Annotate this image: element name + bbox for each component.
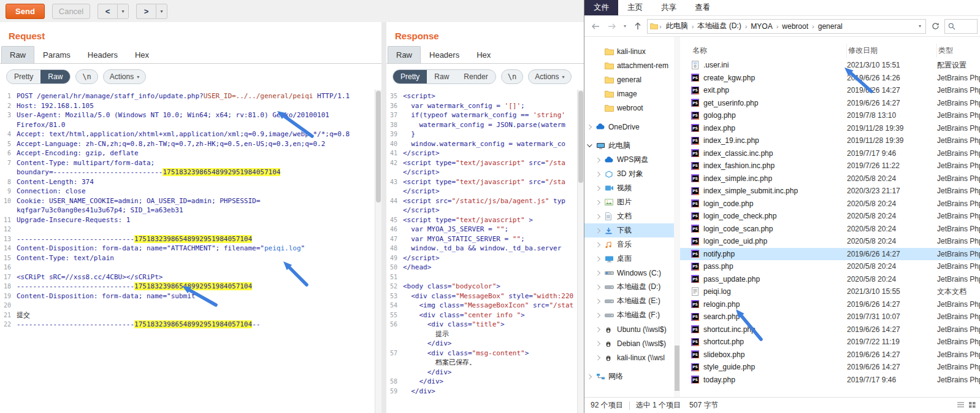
file-row[interactable]: PSpass_update.php2020/5/8 20:24JetBrains… xyxy=(680,273,980,286)
next-request-dropdown[interactable]: ▾ xyxy=(156,4,167,19)
file-row[interactable]: PSindex_simple_submit.inc.php2020/3/23 2… xyxy=(680,185,980,198)
chevron-collapsed-icon[interactable] xyxy=(595,241,602,248)
chevron-collapsed-icon[interactable] xyxy=(595,199,602,206)
refresh-button[interactable] xyxy=(928,19,943,34)
file-row[interactable]: PScreate_kgw.php2019/6/26 14:26JetBrains… xyxy=(680,72,980,85)
prev-request-dropdown[interactable]: ▾ xyxy=(117,4,129,19)
chevron-collapsed-icon[interactable] xyxy=(595,284,602,290)
scrollbar-thumb[interactable] xyxy=(675,345,679,391)
send-button[interactable]: Send xyxy=(6,4,45,19)
view-render[interactable]: Render xyxy=(456,70,495,83)
tab-raw[interactable]: Raw xyxy=(388,46,421,63)
tree-item[interactable]: image xyxy=(584,87,674,101)
tree-item[interactable]: OneDrive xyxy=(584,120,674,134)
panel-splitter[interactable] xyxy=(381,22,386,413)
view-raw[interactable]: Raw xyxy=(427,70,456,83)
search-input[interactable] xyxy=(944,19,978,34)
prev-request-button[interactable]: < xyxy=(98,4,117,19)
up-button[interactable] xyxy=(630,19,645,34)
file-row[interactable]: PSrelogin.php2019/6/26 14:27JetBrains Ph… xyxy=(680,298,980,311)
breadcrumb-segment[interactable]: 此电脑 xyxy=(663,21,691,31)
tree-item[interactable]: 3D 对象 xyxy=(584,167,674,181)
tab-headers[interactable]: Headers xyxy=(421,46,468,63)
next-request-button[interactable]: > xyxy=(136,4,156,19)
linebreak-toggle-button[interactable]: \n xyxy=(501,69,523,84)
chevron-collapsed-icon[interactable] xyxy=(595,227,602,234)
tree-item[interactable]: 桌面 xyxy=(584,252,674,266)
tree-item[interactable]: 下载 xyxy=(584,223,674,237)
recent-locations-dropdown[interactable]: ▾ xyxy=(621,19,629,34)
menu-item[interactable]: 文件 xyxy=(584,0,618,15)
thumbnail-view-button[interactable] xyxy=(968,401,976,410)
file-row[interactable]: PSlogin_code_uid.php2020/5/8 20:24JetBra… xyxy=(680,235,980,248)
breadcrumb-segment[interactable]: MYOA xyxy=(748,22,775,31)
file-row[interactable]: PSshortcut.inc.php2019/6/26 14:27JetBrai… xyxy=(680,323,980,336)
file-row[interactable]: PSindex_fashion.inc.php2019/7/26 11:22Je… xyxy=(680,160,980,172)
tree-item[interactable]: 文档 xyxy=(584,209,674,223)
tree-item[interactable]: attachment-rem xyxy=(584,58,674,72)
tree-item[interactable]: 本地磁盘 (E:) xyxy=(584,294,674,308)
tree-item[interactable]: 视频 xyxy=(584,181,674,195)
file-row[interactable]: PSindex_19.inc.php2019/11/28 19:39JetBra… xyxy=(680,134,980,147)
chevron-collapsed-icon[interactable] xyxy=(595,171,602,177)
tree-item[interactable]: 本地磁盘 (D:) xyxy=(584,280,674,294)
file-row[interactable]: PSlogin_code.php2020/5/8 20:24JetBrains … xyxy=(680,198,980,210)
chevron-collapsed-icon[interactable] xyxy=(595,312,602,318)
column-header[interactable]: 类型 xyxy=(937,44,980,58)
tree-item[interactable]: Debian (\\wsl$) xyxy=(584,336,674,350)
tree-item[interactable]: 本地磁盘 (F:) xyxy=(584,308,674,322)
chevron-collapsed-icon[interactable] xyxy=(595,340,602,347)
forward-button[interactable] xyxy=(605,19,619,34)
view-raw[interactable]: Raw xyxy=(40,70,70,83)
tree-item[interactable]: kali-linux xyxy=(584,44,674,58)
chevron-collapsed-icon[interactable] xyxy=(595,326,602,333)
breadcrumb-segment[interactable]: webroot xyxy=(779,22,811,31)
chevron-collapsed-icon[interactable] xyxy=(587,373,594,380)
chevron-expanded-icon[interactable] xyxy=(587,142,594,149)
actions-button[interactable]: Actions▾ xyxy=(528,69,571,84)
tree-item[interactable]: Windows (C:) xyxy=(584,266,674,280)
file-row[interactable]: PSindex_classic.inc.php2019/7/17 9:46Jet… xyxy=(680,147,980,160)
tree-scrollbar[interactable] xyxy=(674,37,680,397)
tab-params[interactable]: Params xyxy=(34,46,79,63)
tab-headers[interactable]: Headers xyxy=(79,46,126,63)
tab-hex[interactable]: Hex xyxy=(468,46,499,63)
response-editor[interactable]: 35<script>36 var watermark_config = '[]'… xyxy=(386,90,584,413)
scrollbar-thumb[interactable] xyxy=(376,91,381,203)
tree-item[interactable]: WPS网盘 xyxy=(584,153,674,167)
details-view-button[interactable] xyxy=(957,401,965,410)
tab-raw[interactable]: Raw xyxy=(1,46,34,63)
file-row[interactable]: PSgolog.php2019/7/8 13:10JetBrains PhpSt… xyxy=(680,109,980,122)
breadcrumb-segment[interactable]: general xyxy=(815,22,846,31)
file-row[interactable]: peiqi.log2021/3/10 15:55文本文档 xyxy=(680,285,980,298)
chevron-collapsed-icon[interactable] xyxy=(595,269,602,276)
chevron-collapsed-icon[interactable] xyxy=(595,156,602,163)
column-header[interactable]: 修改日期 xyxy=(847,44,937,58)
tree-item[interactable]: webroot xyxy=(584,101,674,115)
file-row[interactable]: PSindex.php2019/11/28 19:39JetBrains Php… xyxy=(680,122,980,135)
file-row[interactable]: PSlogin_code_scan.php2020/5/8 20:24JetBr… xyxy=(680,223,980,236)
file-row[interactable]: PSget_userinfo.php2019/6/26 14:27JetBrai… xyxy=(680,97,980,110)
chevron-collapsed-icon[interactable] xyxy=(587,123,594,130)
file-row[interactable]: .user.ini2021/3/10 15:51配置设置 xyxy=(680,59,980,72)
cancel-button[interactable]: Cancel xyxy=(52,4,90,19)
breadcrumb-segment[interactable]: 本地磁盘 (D:) xyxy=(694,21,744,31)
tree-item[interactable]: kali-linux (\\wsl xyxy=(584,350,674,365)
linebreak-toggle-button[interactable]: \n xyxy=(75,69,98,84)
tab-hex[interactable]: Hex xyxy=(126,46,158,63)
menu-item[interactable]: 主页 xyxy=(618,0,652,15)
tree-item[interactable]: Ubuntu (\\wsl$) xyxy=(584,322,674,336)
chevron-collapsed-icon[interactable] xyxy=(595,185,602,191)
file-row[interactable]: PSindex_simple.inc.php2020/5/8 20:24JetB… xyxy=(680,172,980,185)
view-pretty[interactable]: Pretty xyxy=(393,70,427,83)
address-box[interactable]: › 此电脑›本地磁盘 (D:)›MYOA›webroot›general ▾ xyxy=(647,19,926,34)
file-row[interactable]: PSshortcut.php2019/7/22 11:19JetBrains P… xyxy=(680,336,980,349)
request-editor[interactable]: 1POST /general/hr/manage/staff_info/upda… xyxy=(0,90,381,413)
view-pretty[interactable]: Pretty xyxy=(7,70,40,83)
chevron-collapsed-icon[interactable] xyxy=(595,354,602,361)
file-row[interactable]: PSexit.php2019/6/26 14:27JetBrains PhpSt… xyxy=(680,84,980,97)
request-scrollbar[interactable] xyxy=(375,90,381,413)
column-header[interactable]: 名称 xyxy=(691,44,847,58)
scrollbar-thumb[interactable] xyxy=(578,91,583,183)
tree-item[interactable]: 网络 xyxy=(584,369,674,384)
